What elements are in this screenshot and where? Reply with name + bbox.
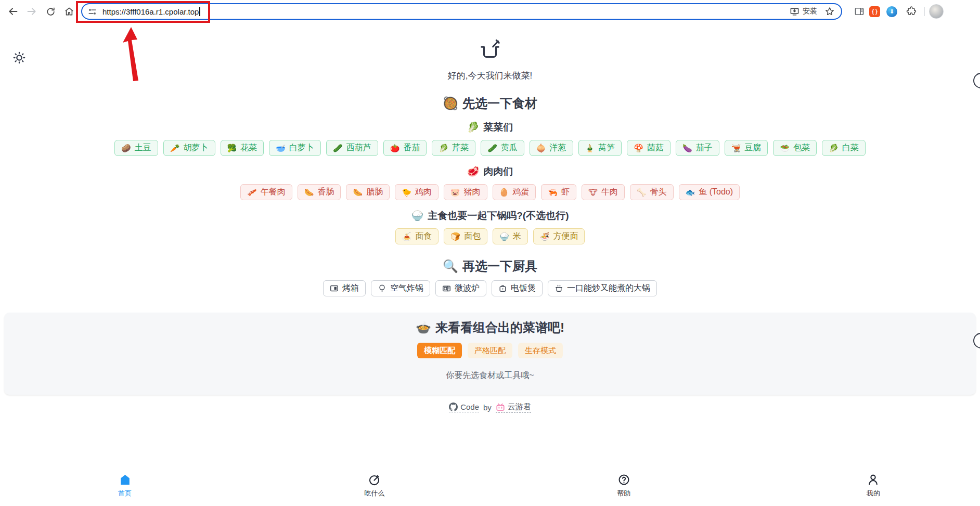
greeting-text: 好的,今天我们来做菜! [0,70,980,82]
ingredient-chip[interactable]: 🫕 豆腐 [725,140,768,156]
big-pot-icon [555,284,563,293]
ingredient-chip[interactable]: 🐟 鱼 (Todo) [679,184,740,200]
profile-avatar[interactable] [929,4,944,19]
ingredient-emoji: 🥬 [439,144,448,153]
ingredient-chip[interactable]: 🍄 菌菇 [627,140,670,156]
ingredient-chip[interactable]: 🥒 西葫芦 [326,140,378,156]
tool-label: 微波炉 [455,283,480,294]
ingredient-label: 腊肠 [366,187,383,198]
nav-label: 首页 [118,489,132,498]
nav-item-what-to-eat[interactable]: 吃什么 [341,473,408,498]
ingredient-chip[interactable]: 🦴 骨头 [630,184,674,200]
microwave-icon [442,284,451,293]
tool-chip[interactable]: 烤箱 [323,280,366,296]
match-mode-tab[interactable]: 模糊匹配 [417,343,462,358]
staple-chips: 🍝 面食 🍞 面包 🍚 米 🍜 方便面 [110,228,870,244]
install-app-button[interactable]: 安装 [790,7,817,17]
meat-group-title: 🥩肉肉们 [0,165,980,178]
ingredient-chip[interactable]: 🥬 芹菜 [432,140,475,156]
nav-item-home[interactable]: 首页 [91,473,159,498]
code-link[interactable]: Code [449,403,479,412]
ingredient-chip[interactable]: 🥗 包菜 [773,140,817,156]
extensions-button[interactable] [902,3,920,20]
ingredient-label: 包菜 [793,142,810,153]
ingredient-chip[interactable]: 🎍 莴笋 [578,140,622,156]
ingredient-chip[interactable]: 🦐 虾 [541,184,576,200]
tab-label: 模糊匹配 [424,346,455,356]
nav-item-profile[interactable]: 我的 [840,473,907,498]
ingredient-emoji: 🐤 [402,188,411,197]
tools-section-title: 🔍再选一下厨具 [0,258,980,275]
ingredient-chip[interactable]: 🍆 茄子 [676,140,719,156]
ingredient-label: 面食 [415,231,432,242]
ingredient-chip[interactable]: 🥕 胡萝卜 [163,140,215,156]
match-mode-tab[interactable]: 严格匹配 [468,343,512,358]
ingredient-label: 番茄 [403,142,420,153]
ingredient-chip[interactable]: 🍜 方便面 [533,228,585,244]
ingredients-section-title: 🥘先选一下食材 [0,95,980,112]
ingredient-label: 牛肉 [601,187,618,198]
ingredient-chip[interactable]: 🐮 牛肉 [582,184,625,200]
ingredient-chip[interactable]: 🌭 香肠 [298,184,341,200]
ingredient-chip[interactable]: 🐷 猪肉 [444,184,487,200]
ingredient-label: 菌菇 [647,142,664,153]
tool-label: 空气炸锅 [390,283,423,294]
nav-item-help[interactable]: 帮助 [590,473,657,498]
ingredient-chip[interactable]: 🍞 面包 [444,228,487,244]
toolbar-divider [924,7,925,16]
author-link[interactable]: 云游君 [496,402,531,413]
browser-toolbar: https://3fff016a.r1.cpolar.top 安装 { } ⬇ [0,0,980,23]
ingredient-chip[interactable]: 🍚 米 [493,228,528,244]
vegetable-chips: 🥔 土豆 🥕 胡萝卜 🥦 花菜 🥣 白萝卜 🥒 西葫芦 🍅 番茄 🥬 芹菜 🥒 … [110,140,870,156]
ingredient-chip[interactable]: 🥒 黄瓜 [481,140,524,156]
by-label: by [483,403,492,412]
ingredient-chip[interactable]: 🐤 鸡肉 [395,184,439,200]
ingredient-chip[interactable]: 🧅 洋葱 [530,140,573,156]
url-text: https://3fff016a.r1.cpolar.top [102,7,199,16]
ingredient-chip[interactable]: 🥓 午餐肉 [240,184,292,200]
extension-blue-icon[interactable]: ⬇ [886,6,897,17]
pot-of-food-emoji: 🍲 [416,320,431,334]
tool-chip[interactable]: 一口能炒又能煮的大锅 [548,280,657,296]
tool-chip[interactable]: 电饭煲 [492,280,543,296]
extension-orange-icon[interactable]: { } [869,6,880,17]
tool-chip[interactable]: 空气炸锅 [371,280,430,296]
bottom-nav: 首页 吃什么 帮助 我的 [0,469,980,506]
ingredient-chip[interactable]: 🍝 面食 [395,228,439,244]
tab-label: 严格匹配 [474,346,506,356]
ingredient-emoji: 🍝 [402,232,412,241]
ingredient-label: 虾 [561,187,570,198]
oven-icon [330,284,339,293]
back-button[interactable] [4,3,22,20]
ingredient-emoji: 🎍 [585,144,595,153]
meat-chips: 🥓 午餐肉 🌭 香肠 🌭 腊肠 🐤 鸡肉 🐷 猪肉 🥚 鸡蛋 🦐 虾 🐮 牛肉 … [110,184,870,200]
ingredient-chip[interactable]: 🌭 腊肠 [346,184,390,200]
side-panel-button[interactable] [850,3,868,20]
ingredient-chip[interactable]: 🥬 白菜 [822,140,866,156]
ingredient-label: 鸡蛋 [512,187,529,198]
bookmark-star-icon[interactable] [824,6,835,17]
ingredient-emoji: 🥗 [780,144,790,153]
tool-chip[interactable]: 微波炉 [435,280,486,296]
side-panel-icon [854,6,865,17]
ingredient-chip[interactable]: 🍅 番茄 [383,140,427,156]
home-button[interactable] [60,3,78,20]
ingredient-chip[interactable]: 🥚 鸡蛋 [493,184,536,200]
install-icon [790,7,800,17]
ingredient-label: 黄瓜 [501,142,518,153]
help-circle-icon [617,473,630,486]
reload-button[interactable] [42,3,59,20]
ingredient-emoji: 🥓 [247,188,257,197]
forward-button[interactable] [23,3,41,20]
ingredient-emoji: 🍄 [634,144,643,153]
meat-emoji: 🥩 [467,166,480,177]
code-label: Code [460,403,479,411]
ingredient-chip[interactable]: 🥦 花菜 [221,140,264,156]
ingredient-chip[interactable]: 🥔 土豆 [114,140,158,156]
match-mode-tab[interactable]: 生存模式 [518,343,563,358]
ingredient-chip[interactable]: 🥣 白萝卜 [269,140,321,156]
address-bar[interactable]: https://3fff016a.r1.cpolar.top 安装 [81,3,842,20]
ingredient-label: 白萝卜 [289,142,314,153]
theme-toggle-button[interactable] [10,49,28,67]
magnifier-emoji: 🔍 [443,259,458,273]
